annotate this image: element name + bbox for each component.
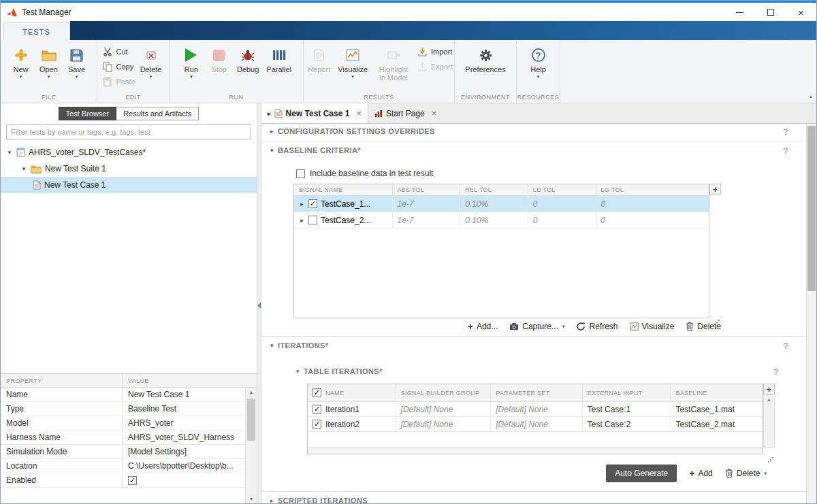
import-button[interactable]: Import: [417, 46, 453, 57]
row-checkbox[interactable]: [308, 216, 317, 224]
tree-item-testcase-selected[interactable]: New Test Case 1: [1, 177, 257, 193]
close-tab-icon[interactable]: ×: [432, 108, 437, 118]
refresh-button[interactable]: Refresh: [576, 322, 618, 331]
collapse-ribbon-icon[interactable]: ▴: [810, 93, 812, 99]
copy-button[interactable]: Copy: [102, 61, 135, 72]
expander-icon[interactable]: ▾: [20, 165, 27, 172]
main-scrollbar[interactable]: [806, 124, 816, 503]
row-expander-icon[interactable]: ▸: [299, 201, 305, 207]
add-iteration-button[interactable]: + Add: [689, 468, 713, 479]
section-expanded-icon[interactable]: ▾: [296, 368, 300, 375]
select-all-checkbox[interactable]: ✓: [313, 388, 321, 397]
save-icon: [70, 45, 83, 65]
col-name[interactable]: ✓ NAME: [308, 384, 396, 401]
caret-down-icon: ▾: [562, 324, 565, 329]
doc-tab-start-page[interactable]: Start Page ×: [368, 103, 443, 123]
scrollbar-thumb[interactable]: [807, 126, 816, 291]
scroll-down-icon[interactable]: ▼: [246, 497, 257, 501]
section-expanded-icon[interactable]: ▾: [270, 147, 274, 154]
section-config-overrides[interactable]: ▸ CONFIGURATION SETTINGS OVERRIDES: [270, 127, 435, 135]
section-collapsed-icon[interactable]: ▸: [270, 497, 274, 503]
splitter-collapse-icon[interactable]: [257, 302, 261, 309]
new-button[interactable]: New ▾: [8, 40, 34, 80]
vertical-scrollbar[interactable]: ▲: [763, 396, 775, 448]
help-question-icon[interactable]: ?: [783, 146, 788, 156]
scroll-up-icon[interactable]: ▲: [246, 390, 257, 394]
tree-item-testsuite[interactable]: ▾ New Test Suite 1: [1, 161, 257, 177]
iteration-row-2[interactable]: ✓Iteration2 [Default] None [Default] Non…: [308, 417, 763, 432]
save-button[interactable]: Save ▾: [64, 40, 90, 80]
scroll-up-icon[interactable]: ▲: [764, 396, 774, 404]
baseline-row-1[interactable]: ▸ ✓ TestCase_1... 1e-7 0.10% 0 0: [294, 196, 709, 212]
row-expander-icon[interactable]: ▸: [299, 217, 305, 224]
section-table-iterations[interactable]: ▾ TABLE ITERATIONS*: [296, 367, 383, 375]
group-results: Report Visualize ▾ Highlight in Model Im…: [304, 40, 455, 92]
section-expanded-icon[interactable]: ▾: [270, 342, 274, 349]
visualize-action-button[interactable]: Visualize: [630, 322, 675, 331]
help-question-icon[interactable]: ?: [773, 367, 779, 377]
capture-button[interactable]: Capture... ▾: [509, 322, 564, 331]
help-question-icon[interactable]: ?: [783, 127, 788, 137]
open-button[interactable]: Open ▾: [36, 40, 62, 80]
run-button[interactable]: Run ▾: [178, 40, 204, 80]
test-browser-tree: ▾ AHRS_voter_SLDV_TestCases* ▾ New Test …: [1, 144, 257, 373]
delete-action-button[interactable]: Delete: [686, 322, 721, 331]
col-ld-tol[interactable]: LD TOL: [528, 184, 596, 195]
col-parameter-set[interactable]: PARAMETER SET: [491, 384, 583, 401]
tree-item-testfile[interactable]: ▾ AHRS_voter_SLDV_TestCases*: [1, 144, 257, 161]
include-baseline-checkbox[interactable]: [296, 169, 305, 178]
enabled-checkbox[interactable]: ✓: [128, 476, 137, 485]
folder-icon: [31, 165, 42, 173]
close-button[interactable]: ×: [786, 3, 816, 22]
minimize-button[interactable]: [724, 3, 755, 22]
visualize-button[interactable]: Visualize ▾: [335, 40, 370, 80]
tab-tests[interactable]: TESTS: [3, 22, 69, 40]
filter-tests-input[interactable]: [6, 124, 251, 139]
tab-results-and-artifacts[interactable]: Results and Artifacts: [116, 107, 199, 120]
add-column-button[interactable]: +: [709, 184, 721, 195]
auto-generate-button[interactable]: Auto Generate: [606, 465, 677, 482]
section-baseline-criteria[interactable]: ▾ BASELINE CRITERIA*: [270, 146, 361, 154]
section-scripted-iterations[interactable]: ▸ SCRIPTED ITERATIONS: [270, 497, 368, 503]
horizontal-scrollbar[interactable]: [308, 447, 763, 454]
expander-icon[interactable]: ▾: [6, 149, 13, 156]
doc-tab-new-test-case[interactable]: ▸ New Test Case 1 ×: [261, 103, 368, 123]
edit-stack: Cut Copy Paste: [102, 40, 135, 87]
col-rel-tol[interactable]: REL TOL: [460, 184, 528, 195]
row-checkbox[interactable]: ✓: [313, 420, 321, 429]
help-question-icon[interactable]: ?: [783, 341, 788, 351]
add-button[interactable]: + Add...: [468, 321, 498, 332]
preferences-button[interactable]: Preferences: [462, 40, 508, 73]
property-row: NameNew Test Case 1: [1, 388, 245, 402]
panel-splitter[interactable]: [257, 103, 261, 503]
scrollbar-thumb[interactable]: [247, 399, 255, 441]
delete-iteration-button[interactable]: Delete ▾: [725, 469, 767, 478]
resize-grip-icon[interactable]: [770, 459, 771, 460]
iteration-row-1[interactable]: ✓Iteration1 [Default] None [Default] Non…: [308, 402, 763, 417]
col-signal-name[interactable]: SIGNAL NAME: [294, 184, 393, 195]
close-tab-icon[interactable]: ×: [356, 108, 362, 118]
col-abs-tol[interactable]: ABS TOL: [393, 184, 461, 195]
delete-button[interactable]: Delete ▾: [138, 40, 165, 80]
col-baseline[interactable]: BASELINE: [671, 384, 763, 401]
col-lg-tol[interactable]: LG TOL: [596, 184, 709, 195]
baseline-row-2[interactable]: ▸ TestCase_2... 1e-7 0.10% 0 0: [294, 212, 709, 229]
parallel-button[interactable]: Parallel: [263, 40, 294, 73]
cut-button[interactable]: Cut: [102, 46, 135, 57]
test-manager-window: Test Manager × TESTS New ▾ Open ▾: [0, 0, 817, 504]
tab-test-browser[interactable]: Test Browser: [59, 107, 117, 120]
ribbon-group-labels: FILE EDIT RUN RESULTS ENVIRONMENT RESOUR…: [1, 92, 816, 103]
help-button[interactable]: ? Help ▾: [526, 40, 551, 80]
section-iterations[interactable]: ▾ ITERATIONS*: [270, 341, 328, 350]
debug-button[interactable]: Debug: [234, 40, 261, 73]
group-file: New ▾ Open ▾ Save ▾: [1, 40, 97, 92]
col-signal-builder-group[interactable]: SIGNAL BUILDER GROUP: [396, 384, 492, 401]
section-collapsed-icon[interactable]: ▸: [270, 128, 274, 135]
row-checkbox[interactable]: ✓: [308, 199, 317, 208]
col-external-input[interactable]: EXTERNAL INPUT: [583, 384, 671, 401]
caret-down-icon: ▾: [190, 73, 193, 80]
add-column-button[interactable]: +: [763, 384, 775, 395]
row-checkbox[interactable]: ✓: [313, 405, 321, 414]
property-scrollbar[interactable]: ▲ ▼: [245, 388, 257, 503]
maximize-button[interactable]: [755, 3, 786, 22]
